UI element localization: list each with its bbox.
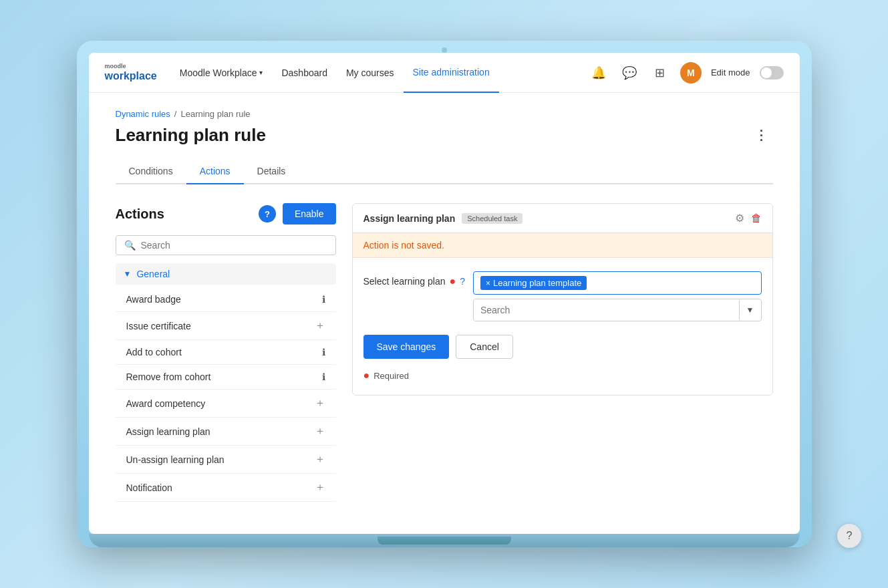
search-dropdown: ▼ <box>473 299 762 321</box>
chat-icon[interactable]: 💬 <box>619 62 640 84</box>
actions-search-input[interactable] <box>141 240 327 251</box>
page-header: Learning plan rule ⋮ <box>116 124 773 146</box>
plus-icon: ＋ <box>315 319 325 333</box>
enable-button[interactable]: Enable <box>283 203 336 225</box>
nav-menu: Moodle Workplace ▾ Dashboard My courses … <box>170 53 588 93</box>
edit-mode-toggle[interactable] <box>760 66 784 80</box>
left-panel: Actions ? Enable 🔍 ▼ General <box>116 203 336 502</box>
right-panel: Assign learning plan Scheduled task ⚙ 🗑 … <box>352 203 773 502</box>
plus-icon: ＋ <box>315 480 325 494</box>
group-general-header[interactable]: ▼ General <box>116 263 336 285</box>
dropdown-arrow-icon: ▾ <box>259 69 263 76</box>
delete-icon[interactable]: 🗑 <box>751 212 762 225</box>
plus-icon: ＋ <box>315 396 325 410</box>
actions-title-right: ? Enable <box>259 203 336 225</box>
actions-help-button[interactable]: ? <box>259 205 276 223</box>
list-item[interactable]: Assign learning plan ＋ <box>116 418 336 446</box>
breadcrumb-separator: / <box>174 109 177 119</box>
list-item[interactable]: Add to cohort ℹ <box>116 340 336 365</box>
notifications-icon[interactable]: 🔔 <box>588 62 609 84</box>
actions-title: Actions <box>116 206 164 222</box>
form-field-learning-plan: × Learning plan template ▼ <box>473 271 762 321</box>
search-dropdown-input[interactable] <box>474 299 739 321</box>
laptop-stand <box>89 534 800 547</box>
selected-tag: × Learning plan template <box>480 276 587 290</box>
nav-item-my-courses[interactable]: My courses <box>337 53 404 93</box>
nav-item-moodle-workplace[interactable]: Moodle Workplace ▾ <box>170 53 273 93</box>
logo[interactable]: moodle workplace <box>105 63 157 82</box>
navbar: moodle workplace Moodle Workplace ▾ Dash… <box>89 53 800 93</box>
list-item[interactable]: Issue certificate ＋ <box>116 312 336 340</box>
action-card-header: Assign learning plan Scheduled task ⚙ 🗑 <box>353 204 772 233</box>
avatar[interactable]: M <box>680 62 702 84</box>
nav-right: 🔔 💬 ⊞ M Edit mode <box>588 62 784 84</box>
breadcrumb-current: Learning plan rule <box>180 109 250 119</box>
plus-icon: ＋ <box>315 452 325 466</box>
plus-icon: ＋ <box>315 424 325 438</box>
tab-actions[interactable]: Actions <box>186 159 244 184</box>
search-icon: 🔍 <box>124 240 136 251</box>
nav-item-dashboard[interactable]: Dashboard <box>272 53 337 93</box>
help-icon[interactable]: ? <box>460 276 465 287</box>
form-actions: Save changes Cancel <box>363 335 762 359</box>
form-label: Select learning plan ● ? <box>363 271 465 287</box>
list-item[interactable]: Notification ＋ <box>116 474 336 502</box>
required-dot-icon: ● <box>363 370 370 382</box>
action-card-title: Assign learning plan Scheduled task <box>363 213 523 224</box>
group-general-label: General <box>136 269 170 279</box>
form-row-learning-plan: Select learning plan ● ? × Learning plan… <box>363 271 762 321</box>
tab-conditions[interactable]: Conditions <box>116 159 186 184</box>
action-card-controls: ⚙ 🗑 <box>735 212 762 225</box>
info-icon: ℹ <box>322 347 325 357</box>
nav-item-site-admin[interactable]: Site administration <box>404 53 499 93</box>
scheduled-task-badge: Scheduled task <box>462 213 523 224</box>
tab-bar: Conditions Actions Details <box>116 159 773 184</box>
edit-mode-label: Edit mode <box>711 67 750 78</box>
list-item[interactable]: Un-assign learning plan ＋ <box>116 446 336 474</box>
tab-details[interactable]: Details <box>244 159 299 184</box>
group-arrow-icon: ▼ <box>124 269 132 279</box>
breadcrumb-parent[interactable]: Dynamic rules <box>116 109 170 119</box>
page-title: Learning plan rule <box>116 125 266 146</box>
laptop-bottom-strip <box>378 537 511 545</box>
breadcrumb: Dynamic rules / Learning plan rule <box>116 109 773 119</box>
settings-icon[interactable]: ⚙ <box>735 212 744 225</box>
action-card: Assign learning plan Scheduled task ⚙ 🗑 … <box>352 203 773 396</box>
actions-search-box: 🔍 <box>116 235 336 255</box>
list-item[interactable]: Award competency ＋ <box>116 390 336 418</box>
info-icon: ℹ <box>322 294 325 305</box>
action-card-body: Select learning plan ● ? × Learning plan… <box>353 258 772 395</box>
tag-remove-button[interactable]: × <box>486 279 490 288</box>
tag-input-area[interactable]: × Learning plan template <box>473 271 762 295</box>
save-changes-button[interactable]: Save changes <box>363 335 450 359</box>
actions-header: Actions ? Enable <box>116 203 336 225</box>
list-item[interactable]: Award badge ℹ <box>116 287 336 312</box>
main-layout: Actions ? Enable 🔍 ▼ General <box>116 203 773 502</box>
grid-icon[interactable]: ⊞ <box>649 62 671 84</box>
required-indicator: ● <box>449 275 456 287</box>
laptop-camera <box>442 47 447 53</box>
logo-moodle: moodle <box>105 63 157 70</box>
info-icon: ℹ <box>322 372 325 382</box>
more-options-button[interactable]: ⋮ <box>749 124 773 146</box>
dropdown-arrow-icon[interactable]: ▼ <box>739 300 761 320</box>
warning-banner: Action is not saved. <box>353 233 772 258</box>
page-content: Dynamic rules / Learning plan rule Learn… <box>89 93 800 518</box>
logo-workplace: workplace <box>105 70 157 82</box>
required-note: ● Required <box>363 370 762 382</box>
cancel-button[interactable]: Cancel <box>456 335 513 359</box>
list-item[interactable]: Remove from cohort ℹ <box>116 365 336 390</box>
